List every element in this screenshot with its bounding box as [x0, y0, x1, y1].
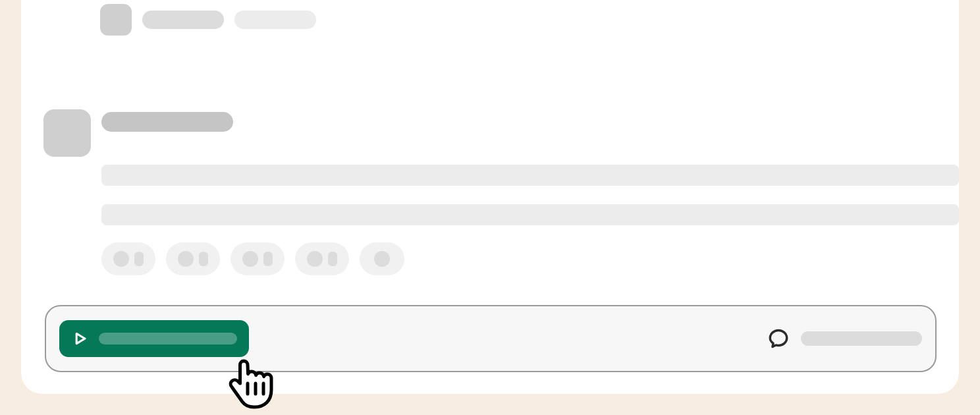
- message-line-skeleton: [101, 165, 959, 186]
- reaction-count-skeleton: [199, 252, 208, 266]
- reaction-bar: [101, 242, 959, 275]
- reply-avatar: [100, 4, 132, 36]
- reaction-emoji-skeleton: [178, 251, 194, 267]
- run-button-label-skeleton: [99, 333, 237, 345]
- message-avatar: [43, 109, 91, 157]
- chat-icon: [767, 327, 790, 350]
- reply-meta-skeleton: [234, 11, 316, 29]
- thread-reply-row[interactable]: [100, 4, 316, 36]
- secondary-label-skeleton: [801, 331, 922, 346]
- reaction-chip[interactable]: [101, 242, 155, 275]
- reaction-count-skeleton: [134, 252, 144, 266]
- reaction-count-skeleton: [328, 252, 337, 266]
- secondary-action-cluster[interactable]: [767, 327, 922, 350]
- content-card: [21, 0, 959, 394]
- message-header: [43, 109, 959, 157]
- reaction-emoji-skeleton: [242, 251, 258, 267]
- reply-name-skeleton: [142, 11, 224, 29]
- message-body: [101, 165, 959, 225]
- reaction-emoji-skeleton: [113, 251, 129, 267]
- add-reaction-icon: [374, 251, 390, 267]
- message-block: [43, 109, 959, 275]
- reaction-chip[interactable]: [231, 242, 285, 275]
- reaction-chip[interactable]: [166, 242, 220, 275]
- add-reaction-chip[interactable]: [360, 242, 404, 275]
- run-workflow-button[interactable]: [59, 320, 249, 357]
- message-line-skeleton: [101, 204, 959, 225]
- reaction-count-skeleton: [263, 252, 273, 266]
- reaction-emoji-skeleton: [307, 251, 323, 267]
- message-author-skeleton: [101, 112, 233, 132]
- play-icon: [71, 329, 90, 348]
- workflow-action-bar: [45, 305, 937, 372]
- reaction-chip[interactable]: [295, 242, 349, 275]
